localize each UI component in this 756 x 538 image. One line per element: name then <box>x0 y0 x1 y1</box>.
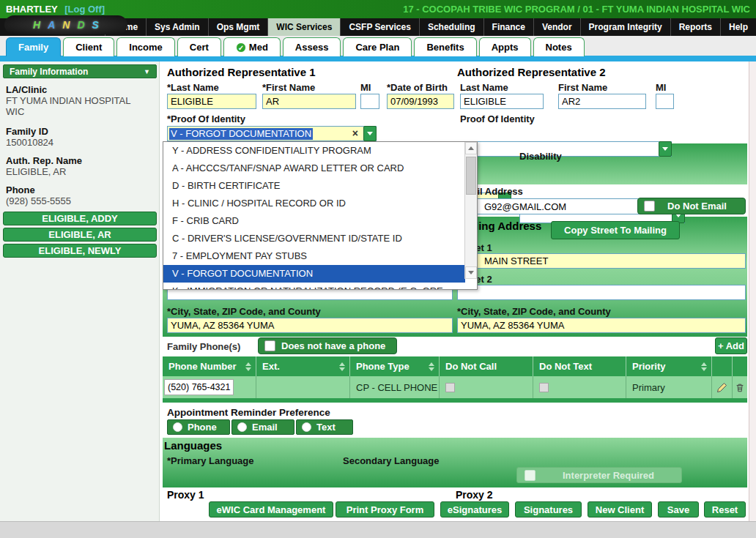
ar1-poi-combobox[interactable]: V - FORGOT DOCUMENTATION × <box>167 126 377 141</box>
city-left-field[interactable] <box>167 318 453 333</box>
poi-option[interactable]: Y - ADDRESS CONFIDENTIALITY PROGRAM <box>163 142 477 160</box>
proxy2-header: Proxy 2 <box>456 489 493 501</box>
street1-right-field[interactable] <box>457 253 746 269</box>
do-not-email-button[interactable]: Do Not Email <box>637 198 746 214</box>
ar1-mi-field[interactable] <box>360 94 379 109</box>
tab-cert[interactable]: Cert <box>177 37 221 56</box>
reminder-email-radio[interactable]: Email <box>231 419 294 435</box>
tab-family[interactable]: Family <box>6 37 61 56</box>
col-priority[interactable]: Priority <box>626 356 712 376</box>
poi-option[interactable]: 7 - EMPLOYMENT PAY STUBS <box>163 247 477 265</box>
tab-income[interactable]: Income <box>116 37 175 56</box>
do-not-call-checkbox[interactable] <box>445 383 455 392</box>
page-scrollbar[interactable] <box>749 61 756 521</box>
sort-icon[interactable] <box>429 362 434 371</box>
poi-option[interactable]: A - AHCCCS/TANF/SNAP AWARD LETTER OR CAR… <box>163 160 477 177</box>
reset-button[interactable]: Reset <box>704 501 746 518</box>
add-phone-label: Add <box>726 340 744 351</box>
sort-icon[interactable] <box>245 362 251 371</box>
col-priority-label: Priority <box>632 361 666 372</box>
ar2-poi-combobox[interactable] <box>460 141 672 157</box>
poi-option[interactable]: F - CRIB CARD <box>163 212 477 230</box>
chevron-down-icon[interactable] <box>363 126 377 141</box>
tab-med[interactable]: ✓ Med <box>223 37 281 56</box>
reminder-phone-radio[interactable]: Phone <box>167 419 230 435</box>
phone-number-value[interactable]: (520) 765-4321 <box>164 379 234 395</box>
menu-item-help[interactable]: Help <box>720 18 756 36</box>
ar2-last-name-field[interactable] <box>460 94 544 109</box>
city-right-label: *City, State, ZIP Code, and County <box>457 306 611 317</box>
col-ext-label: Ext. <box>262 361 280 372</box>
col-phone-number[interactable]: Phone Number <box>163 356 256 376</box>
scrollbar-thumb[interactable] <box>466 157 476 195</box>
reminder-text-radio[interactable]: Text <box>296 419 353 435</box>
signatures-button[interactable]: Signatures <box>515 501 582 518</box>
esignatures-button[interactable]: eSignatures <box>440 501 509 518</box>
tab-assess[interactable]: Assess <box>283 37 341 56</box>
menu-item-scheduling[interactable]: Scheduling <box>419 18 483 36</box>
copy-street-to-mailing-button[interactable]: Copy Street To Mailing <box>551 221 680 239</box>
do-not-text-checkbox[interactable] <box>539 383 549 392</box>
clear-icon[interactable]: × <box>352 127 358 139</box>
log-off-link[interactable]: [Log Off] <box>64 4 105 15</box>
dropdown-scrollbar[interactable] <box>464 142 477 279</box>
ar2-last-name-label: Last Name <box>460 82 508 93</box>
menu-item-sys-admin[interactable]: Sys Admin <box>146 18 208 36</box>
email-field[interactable] <box>457 198 640 214</box>
col-phone-type[interactable]: Phone Type <box>350 356 440 376</box>
no-phone-button[interactable]: Does not have a phone <box>258 337 397 354</box>
la-clinic-label: LA/Clinic <box>6 84 47 95</box>
radio-icon[interactable] <box>302 422 311 432</box>
poi-option[interactable]: C - DRIVER'S LICENSE/GOVERNMENT ID/STATE… <box>163 230 477 247</box>
menu-item-reports[interactable]: Reports <box>670 18 720 36</box>
ar1-first-name-field[interactable] <box>262 94 356 109</box>
member-button-eligible-ar[interactable]: ELIGIBLE, AR <box>3 228 157 242</box>
menu-item-program-integrity[interactable]: Program Integrity <box>580 18 670 36</box>
tab-appts[interactable]: Appts <box>479 37 531 56</box>
save-button[interactable]: Save <box>658 501 699 518</box>
phone-type-cell: CP - CELL PHONE <box>350 376 440 398</box>
menu-item-finance[interactable]: Finance <box>483 18 533 36</box>
ar2-first-name-field[interactable] <box>558 94 646 109</box>
no-phone-label: Does not have a phone <box>281 340 385 351</box>
radio-icon[interactable] <box>237 422 247 432</box>
poi-option-selected[interactable]: V - FORGOT DOCUMENTATION <box>163 265 465 283</box>
scroll-up-icon[interactable] <box>465 142 477 154</box>
col-ext[interactable]: Ext. <box>256 356 350 376</box>
family-information-panel-header[interactable]: Family Information ▼ <box>3 64 157 78</box>
menu-item-vendor[interactable]: Vendor <box>533 18 580 36</box>
ewic-card-management-button[interactable]: eWIC Card Management <box>209 501 333 518</box>
poi-option[interactable]: K - IMMIGRATION OR NATURALIZATION RECORD… <box>163 283 477 290</box>
poi-option[interactable]: H - CLINIC / HOSPITAL RECORD OR ID <box>163 195 477 212</box>
ext-cell <box>256 376 350 398</box>
trash-icon[interactable] <box>733 382 747 393</box>
add-phone-button[interactable]: + Add <box>715 337 747 354</box>
menu-item-ops-mgmt[interactable]: Ops Mgmt <box>208 18 268 36</box>
no-phone-checkbox[interactable] <box>264 340 275 351</box>
sort-icon[interactable] <box>701 362 707 371</box>
scroll-down-icon[interactable] <box>465 266 477 279</box>
tab-benefits[interactable]: Benefits <box>414 37 476 56</box>
tab-client[interactable]: Client <box>63 37 114 56</box>
ar1-section-title: Authorized Representative 1 <box>167 66 316 78</box>
ar1-dob-field[interactable] <box>387 94 454 109</box>
menu-item-wic-services[interactable]: WIC Services <box>267 18 340 36</box>
member-button-eligible-addy[interactable]: ELIGIBLE, ADDY <box>3 212 157 225</box>
ar1-last-name-field[interactable] <box>167 94 256 109</box>
ar2-mi-field[interactable] <box>656 94 674 109</box>
do-not-email-checkbox[interactable] <box>644 201 655 212</box>
street2-right-field[interactable] <box>457 285 746 300</box>
member-button-eligible-newly[interactable]: ELIGIBLE, NEWLY <box>3 244 157 258</box>
print-proxy-form-button[interactable]: Print Proxy Form <box>336 501 434 518</box>
edit-pencil-icon[interactable] <box>712 381 732 393</box>
chevron-down-icon[interactable] <box>659 141 672 157</box>
tab-care-plan[interactable]: Care Plan <box>343 37 412 56</box>
sort-icon[interactable] <box>339 362 345 371</box>
menu-item-csfp-services[interactable]: CSFP Services <box>340 18 419 36</box>
tab-notes[interactable]: Notes <box>533 37 585 56</box>
new-client-button[interactable]: New Client <box>588 501 652 518</box>
ar1-poi-label: *Proof Of Identity <box>167 113 245 124</box>
poi-option[interactable]: D - BIRTH CERTIFICATE <box>163 177 477 195</box>
city-right-field[interactable] <box>457 318 746 333</box>
radio-icon[interactable] <box>173 422 182 432</box>
